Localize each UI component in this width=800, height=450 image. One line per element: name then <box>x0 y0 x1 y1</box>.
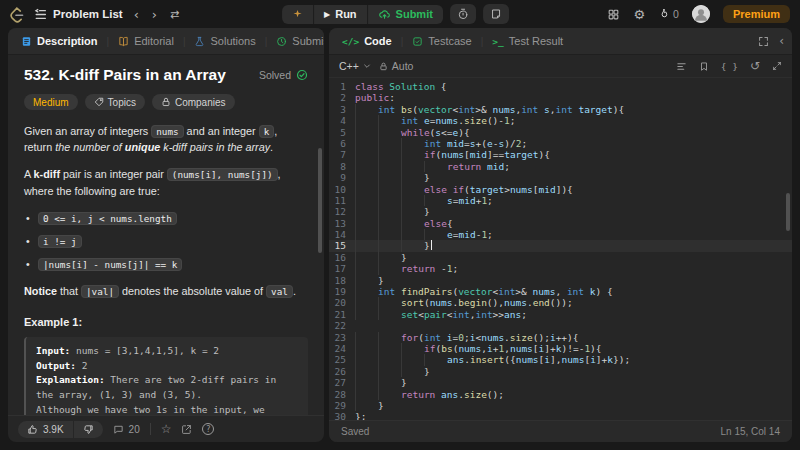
constraint-item: |nums[i] - nums[j]| == k <box>24 258 308 270</box>
companies-button[interactable]: Companies <box>152 94 235 110</box>
code-line: 3int bs(vector<int>& nums,int s,int targ… <box>329 104 792 115</box>
terminal-icon: >_ <box>492 36 503 47</box>
note-icon <box>490 8 502 20</box>
code-line: 17return -1; <box>329 263 792 274</box>
editor-tabbar: </> Code | Testcase | >_ Test Result ‹ <box>329 28 792 55</box>
code-lines: 1class Solution {2public:3int bs(vector<… <box>329 81 792 420</box>
cursor-position: Ln 15, Col 14 <box>721 426 781 437</box>
list-icon <box>34 8 47 21</box>
submit-button[interactable]: Submit <box>367 5 443 24</box>
code-line: 16} <box>329 252 792 263</box>
left-tabbar: Description | Editorial | Solutions | Su… <box>8 28 324 55</box>
timer-button[interactable] <box>450 4 476 24</box>
main-content: Description | Editorial | Solutions | Su… <box>8 28 792 442</box>
comment-count: 20 <box>129 424 140 435</box>
maximize-editor-icon[interactable] <box>772 61 782 71</box>
code-editor[interactable]: 1class Solution {2public:3int bs(vector<… <box>329 78 792 420</box>
tab-solutions[interactable]: Solutions <box>189 32 260 50</box>
code-line: 7if(nums[mid]==target){ <box>329 149 792 160</box>
code-line: 13else{ <box>329 218 792 229</box>
problem-description[interactable]: 532. K-diff Pairs in an Array Solved Med… <box>8 55 324 415</box>
notes-button[interactable] <box>483 4 509 24</box>
language-selector[interactable]: C++ <box>339 60 371 72</box>
daily-streak[interactable]: 0 <box>658 8 679 21</box>
reset-code-icon[interactable]: ↺ <box>750 59 760 73</box>
problem-list-button[interactable]: Problem List <box>34 8 123 21</box>
tab-editorial[interactable]: Editorial <box>113 32 179 50</box>
tab-description[interactable]: Description <box>16 32 103 50</box>
like-button[interactable]: 3.9K <box>18 421 73 438</box>
code-line: 19int findPairs(vector<int>& nums, int k… <box>329 286 792 297</box>
tab-testcase[interactable]: Testcase <box>407 32 476 50</box>
code-line: 4int e=nums.size()-1; <box>329 115 792 126</box>
difficulty-badge[interactable]: Medium <box>24 94 78 110</box>
avatar[interactable] <box>692 5 710 23</box>
premium-button[interactable]: Premium <box>723 5 790 23</box>
autocomplete-toggle[interactable]: Auto <box>379 60 414 72</box>
solved-status: Solved <box>259 69 308 81</box>
flask-icon <box>194 36 205 47</box>
debugger-button[interactable] <box>282 5 313 24</box>
favorite-star-icon[interactable]: ☆ <box>161 422 172 436</box>
editor-toolbar: C++ Auto { } ↺ <box>329 55 792 78</box>
help-icon[interactable]: ? <box>202 423 214 435</box>
run-button[interactable]: ▶ Run <box>313 5 367 24</box>
code-line: 21set<pair<int,int>>ans; <box>329 309 792 320</box>
description-p: Given an array of integers nums and an i… <box>24 123 308 155</box>
code-line: 29} <box>329 400 792 411</box>
share-icon[interactable] <box>181 424 192 435</box>
footer-divider <box>150 423 151 435</box>
constraint-item: i != j <box>24 235 308 247</box>
code-line: 6int mid=s+(e-s)/2; <box>329 138 792 149</box>
next-problem-icon[interactable]: › <box>150 8 159 21</box>
left-panel-scrollbar[interactable] <box>318 148 322 253</box>
tab-code[interactable]: </> Code <box>337 32 397 50</box>
comments-button[interactable]: 20 <box>113 424 140 435</box>
cloud-upload-icon <box>378 8 391 21</box>
prev-problem-icon[interactable]: ‹ <box>132 8 141 21</box>
left-panel-footer: 3.9K 20 ☆ ? <box>8 415 324 442</box>
top-navigation-bar: Problem List ‹ › ⇄ ▶ Run Submit <box>0 0 800 28</box>
editor-panel: </> Code | Testcase | >_ Test Result ‹ <box>329 28 792 442</box>
checkbox-icon <box>412 36 423 47</box>
tab-divider: | <box>481 36 484 47</box>
book-icon <box>118 36 129 47</box>
tab-test-result[interactable]: >_ Test Result <box>487 32 568 50</box>
snippets-braces-icon[interactable]: { } <box>721 61 738 72</box>
code-line: 8return mid; <box>329 161 792 172</box>
code-line: 28return ans.size(); <box>329 389 792 400</box>
panel-collapse-icon[interactable]: ‹ <box>779 34 784 48</box>
save-status: Saved <box>341 426 369 437</box>
dislike-button[interactable] <box>73 421 103 438</box>
bookmark-icon[interactable] <box>699 61 709 72</box>
description-body: Given an array of integers nums and an i… <box>24 123 308 415</box>
leetcode-logo-icon[interactable] <box>10 6 25 23</box>
lock-icon <box>379 62 388 71</box>
code-line: 26} <box>329 366 792 377</box>
code-line: 2public: <box>329 92 792 103</box>
problem-list-label: Problem List <box>53 8 123 20</box>
thumbs-down-icon <box>83 424 94 435</box>
check-circle-icon <box>296 69 308 81</box>
description-ul: 0 <= i, j < nums.lengthi != j|nums[i] - … <box>24 212 308 270</box>
code-line: 1class Solution { <box>329 81 792 92</box>
layout-grid-icon[interactable] <box>607 8 620 21</box>
random-problem-icon[interactable]: ⇄ <box>168 9 181 20</box>
play-icon: ▶ <box>324 10 330 19</box>
format-code-icon[interactable] <box>676 61 687 72</box>
history-clock-icon <box>276 36 287 47</box>
tab-submissions[interactable]: Submissions <box>271 32 324 50</box>
description-h: Example 1: <box>24 316 308 328</box>
example-block: Input: nums = [3,1,4,1,5], k = 2Output: … <box>24 337 308 415</box>
code-line: 18} <box>329 275 792 286</box>
editor-scrollbar[interactable] <box>786 193 790 231</box>
settings-gear-icon[interactable]: ⚙ <box>633 7 645 22</box>
code-line: 9} <box>329 172 792 183</box>
topics-button[interactable]: Topics <box>85 94 145 110</box>
tab-divider: | <box>401 36 404 47</box>
tab-divider: | <box>265 36 268 47</box>
fullscreen-icon[interactable] <box>758 36 769 47</box>
code-line: 12} <box>329 206 792 217</box>
code-line: 15} <box>329 240 792 251</box>
code-line: 20sort(nums.begin(),nums.end()); <box>329 297 792 308</box>
